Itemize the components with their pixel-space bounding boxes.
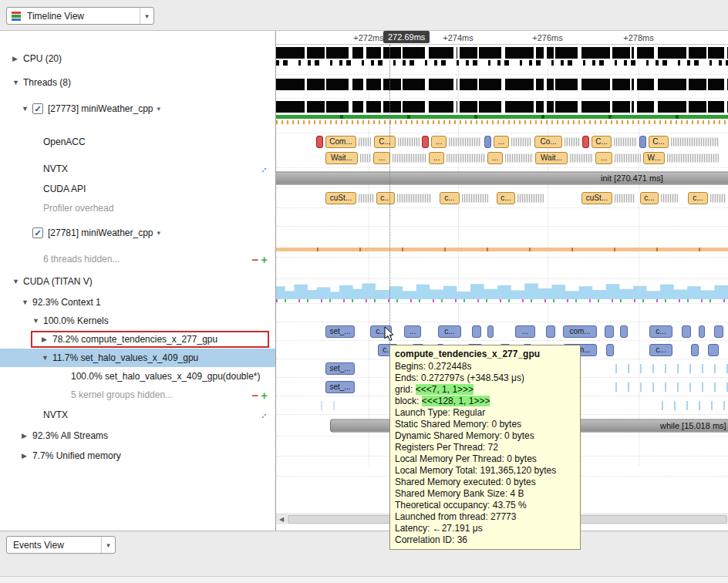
track-threads[interactable] [276, 79, 728, 99]
timeline-segment[interactable] [447, 154, 485, 163]
expander-icon[interactable]: ▶ [12, 55, 23, 62]
timeline-segment[interactable] [484, 136, 491, 148]
timeline-block[interactable]: ... [431, 136, 447, 148]
timeline-segment[interactable] [614, 138, 637, 147]
track-cuda-api[interactable]: cuSt...c...c...c...cuSt...c...c... [276, 188, 728, 208]
timeline-block[interactable]: c... [688, 192, 708, 204]
timeline-block[interactable]: ... [595, 152, 612, 164]
timeline-segment[interactable] [699, 325, 705, 338]
timeline-block[interactable]: c... [649, 325, 672, 338]
timeline-block[interactable]: W... [643, 152, 665, 164]
expander-icon[interactable]: ▶ [22, 452, 32, 460]
expander-icon[interactable]: ▼ [22, 105, 32, 113]
timeline-segment[interactable] [620, 325, 628, 338]
timeline-segment[interactable] [661, 194, 678, 202]
timeline-segment[interactable] [462, 194, 488, 202]
tree-row-nvtx-cuda[interactable]: NVTX↔ [0, 404, 275, 426]
expander-icon[interactable]: ▼ [32, 317, 43, 325]
timeline-block[interactable]: C... [592, 136, 612, 148]
tree-row-threads-hidden[interactable]: 6 threads hidden...−+ [0, 248, 275, 270]
timeline-block[interactable]: Wait... [325, 152, 358, 164]
tree-row-cpu[interactable]: ▶CPU (20) [0, 45, 275, 72]
timeline-block[interactable]: Co... [534, 136, 562, 148]
tree-row-threads[interactable]: ▼Threads (8) [0, 72, 275, 93]
track-thread-27773[interactable] [276, 101, 728, 133]
expander-icon[interactable]: ▼ [12, 79, 23, 86]
timeline-block[interactable]: set_... [325, 362, 355, 375]
hide-rows-button[interactable]: − [251, 389, 258, 402]
track-threads-hidden[interactable] [276, 258, 728, 279]
timeline-segment[interactable] [422, 136, 429, 148]
timeline-segment[interactable] [667, 154, 719, 163]
tree-row-context-1[interactable]: ▼92.3% Context 1 [0, 293, 275, 312]
track-openacc[interactable]: Com...C.........Co...C...C... Wait......… [276, 134, 728, 168]
tree-row-kernel-groups-hidden[interactable]: 5 kernel groups hidden...−+ [0, 386, 275, 404]
timeline-block[interactable]: ... [494, 136, 509, 148]
timeline-segment[interactable] [359, 138, 371, 147]
tree-row-openacc[interactable]: OpenACC [0, 125, 275, 159]
track-thread-27781[interactable] [276, 227, 728, 258]
track-cuda-device[interactable] [276, 281, 728, 304]
timeline-view-selector[interactable]: Timeline View ▾ [6, 7, 154, 25]
timeline-block[interactable]: ... [404, 325, 421, 338]
expander-icon[interactable]: ▼ [42, 354, 52, 362]
timeline-segment[interactable] [714, 325, 723, 338]
chevron-down-icon[interactable]: ▾ [140, 8, 153, 24]
timeline-block[interactable]: cuSt... [325, 192, 356, 204]
timeline-segment[interactable] [565, 138, 580, 147]
timeline-segment[interactable] [359, 194, 374, 202]
timeline-segment[interactable] [691, 344, 699, 356]
tree-row-thread-27781[interactable]: ✓[27781] miniWeather_cpp▾ [0, 217, 275, 248]
hide-rows-button[interactable]: − [251, 253, 258, 266]
ruler[interactable]: 272.69ms 0s+272ms+274ms+276ms+278ms [276, 31, 728, 45]
tree-row-cuda-device[interactable]: ▼CUDA (TITAN V) [0, 270, 275, 293]
resize-row-icon[interactable]: ↔ [256, 408, 270, 422]
timeline-segment[interactable] [682, 325, 691, 338]
tree-row-set-halo-double[interactable]: 100.0% set_halo_values_x_409_gpu(double*… [0, 367, 275, 386]
timeline-segment[interactable] [511, 138, 531, 147]
tree-row-cuda-api[interactable]: CUDA API [0, 179, 275, 199]
timeline-segment[interactable] [639, 136, 646, 148]
timeline-segment[interactable] [710, 194, 726, 202]
show-rows-button[interactable]: + [261, 253, 268, 266]
timeline-block[interactable]: Com... [325, 136, 356, 148]
track-kernels[interactable]: set_...c......c......com...c... [276, 322, 728, 341]
tree-row-compute-tendencies[interactable]: ▶78.2% compute_tendencies_x_277_gpu [0, 330, 275, 349]
tree-row-set-halo[interactable]: ▼11.7% set_halo_values_x_409_gpu [0, 349, 275, 367]
timeline-segment[interactable] [472, 325, 481, 338]
track-cpu[interactable] [276, 47, 728, 75]
chevron-down-icon[interactable]: ▾ [101, 537, 115, 553]
timeline-block[interactable]: ... [373, 152, 390, 164]
timeline-segment[interactable] [505, 154, 533, 163]
timeline-segment[interactable] [316, 136, 323, 148]
nvtx-range-init[interactable]: init [270.471 ms] [276, 171, 728, 184]
tree-row-kernels[interactable]: ▼100.0% Kernels [0, 312, 275, 330]
timeline-segment[interactable] [393, 154, 426, 163]
timeline-block[interactable]: ... [487, 152, 503, 164]
show-rows-button[interactable]: + [261, 389, 268, 402]
timeline-block[interactable]: c... [649, 344, 672, 356]
checkbox[interactable]: ✓ [32, 227, 43, 238]
track-profiler-overhead[interactable] [276, 208, 728, 227]
timeline-block[interactable]: c... [497, 192, 515, 204]
timeline-segment[interactable] [570, 154, 593, 163]
timeline-segment[interactable] [360, 154, 371, 163]
tree-row-thread-27773[interactable]: ▼✓[27773] miniWeather_cpp▾ [0, 93, 275, 125]
timeline-block[interactable]: c... [640, 192, 659, 204]
timeline-block[interactable]: c... [438, 325, 461, 338]
timeline-segment[interactable] [671, 138, 719, 147]
timeline-segment[interactable] [582, 136, 589, 148]
timeline-block[interactable]: c... [440, 192, 460, 204]
timeline-block[interactable]: Wait... [535, 152, 568, 164]
chevron-down-icon[interactable]: ▾ [157, 229, 161, 237]
events-view-selector[interactable]: Events View ▾ [6, 536, 116, 554]
timeline-segment[interactable] [487, 325, 494, 338]
chevron-down-icon[interactable]: ▾ [157, 105, 161, 113]
expander-icon[interactable]: ▶ [42, 335, 52, 343]
track-nvtx-27773[interactable]: init [270.471 ms] [276, 168, 728, 188]
timeline-block[interactable]: set_... [325, 381, 355, 393]
timeline-segment[interactable] [397, 194, 431, 202]
tree-row-nvtx-27773[interactable]: NVTX↔ [0, 159, 275, 179]
timeline-segment[interactable] [615, 194, 635, 202]
timeline-segment[interactable] [615, 154, 641, 163]
